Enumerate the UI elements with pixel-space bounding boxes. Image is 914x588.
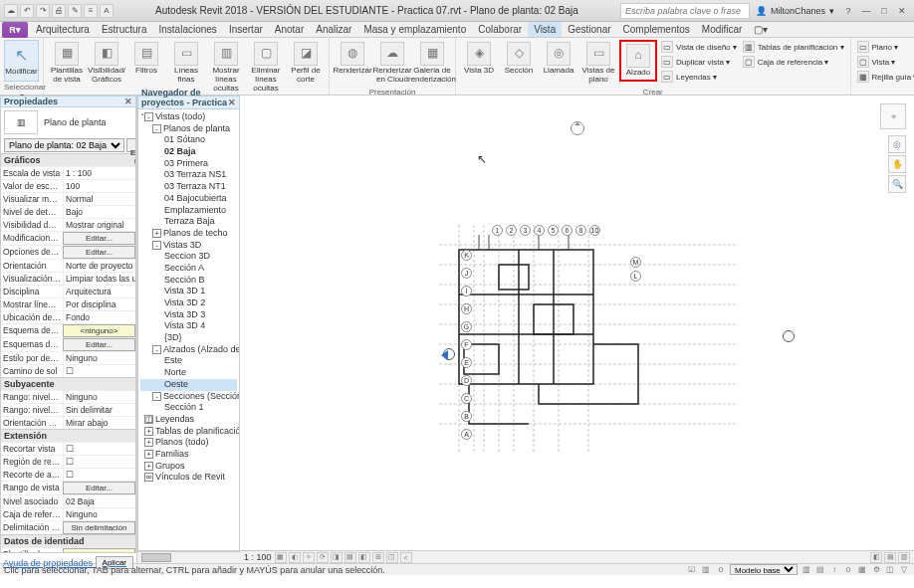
tree-item[interactable]: -Vistas 3D [140, 240, 237, 252]
tab-analizar[interactable]: Analizar [310, 22, 357, 37]
elevation-marker-east[interactable] [783, 330, 795, 342]
tree-item[interactable]: Vista 3D 4 [140, 320, 237, 332]
viewctrl-icon-4[interactable]: ◨ [331, 552, 343, 563]
ribbon-llamada-button[interactable]: ◎Llamada [540, 40, 577, 78]
property-value[interactable]: 100 [63, 180, 135, 192]
tree-item[interactable]: -Planos de planta [140, 123, 237, 135]
tree-item[interactable]: ◫Leyendas [140, 414, 237, 426]
help-icon[interactable]: ? [840, 4, 856, 18]
ribbon-duplicar-vista-button[interactable]: ▭Duplicar vista ▾ [659, 55, 739, 69]
prop-category[interactable]: Subyacente [1, 377, 135, 390]
property-value[interactable]: Mirar abajo [63, 417, 135, 429]
tree-item[interactable]: Vista 3D 3 [140, 309, 237, 321]
property-value[interactable]: Sin delimitación [63, 521, 135, 534]
tree-item[interactable]: 03 Terraza NT1 [140, 181, 237, 193]
tab-vista[interactable]: Vista [528, 22, 562, 37]
ribbon-plantillas-de-vista-button[interactable]: ▦Plantillas de vista [48, 40, 86, 87]
status-icon-1[interactable]: ▤ [814, 565, 826, 575]
tree-item[interactable]: Norte [140, 367, 237, 379]
grid-bubble[interactable]: 1 [492, 225, 503, 236]
property-value[interactable]: 02 Baja [63, 495, 135, 507]
grid-bubble[interactable]: A [461, 429, 472, 440]
property-value[interactable]: ☐ [63, 365, 135, 377]
ribbon-vista-button[interactable]: ▢Vista ▾ [855, 55, 915, 69]
grid-bubble[interactable]: 10 [589, 225, 600, 236]
tab-expand-icon[interactable]: ▢▾ [748, 22, 774, 37]
view-cube[interactable]: ◈ [880, 103, 906, 129]
tree-item[interactable]: Sección 1 [140, 402, 237, 414]
ribbon-vista-3d-button[interactable]: ◈Vista 3D [460, 40, 498, 78]
status-icon-6[interactable]: ◫ [884, 565, 896, 575]
property-value[interactable]: Por disciplina [63, 298, 135, 310]
tree-toggle-icon[interactable]: ∞ [144, 473, 153, 482]
property-value[interactable]: <ninguno> [63, 324, 135, 337]
property-value[interactable]: Ninguno [63, 508, 135, 520]
vc-right-3[interactable]: ▥ [898, 552, 910, 563]
ribbon-plano-button[interactable]: ▭Plano ▾ [855, 40, 915, 54]
worksets-selector[interactable]: Modelo base [730, 564, 798, 575]
tree-toggle-icon[interactable]: + [144, 450, 153, 459]
grid-bubble[interactable]: 8 [575, 225, 586, 236]
viewctrl-icon-6[interactable]: ◧ [358, 552, 370, 563]
tab-modificar[interactable]: Modificar [696, 22, 749, 37]
tree-toggle-icon[interactable]: - [152, 392, 161, 401]
tree-item[interactable]: 04 Bajocubierta [140, 193, 237, 205]
status-icon-2[interactable]: ↕ [828, 565, 840, 575]
property-value[interactable]: Editar... [63, 338, 135, 351]
qat-edit-icon[interactable]: ✎ [68, 4, 82, 18]
ribbon-secci-n-button[interactable]: ◇Sección [500, 40, 538, 78]
tab-insertar[interactable]: Insertar [223, 22, 269, 37]
grid-bubble[interactable]: G [461, 321, 472, 332]
grid-bubble[interactable]: B [461, 411, 472, 422]
grid-bubble[interactable]: F [461, 339, 472, 350]
ribbon-caja-de-referencia-button[interactable]: ▢Caja de referencia ▾ [741, 55, 846, 69]
grid-bubble[interactable]: I [461, 286, 472, 296]
close-icon[interactable]: ✕ [228, 98, 236, 107]
viewctrl-icon-9[interactable]: < [400, 552, 412, 563]
type-selector[interactable]: Plano de planta: 02 Baja [4, 138, 124, 152]
tab-arquitectura[interactable]: Arquitectura [30, 22, 96, 37]
vc-right-2[interactable]: ▤ [884, 552, 896, 563]
tree-toggle-icon[interactable]: + [152, 229, 161, 238]
close-icon[interactable]: ✕ [124, 97, 132, 106]
sb-icon-2[interactable]: ▥ [700, 565, 712, 575]
modify-button[interactable]: ↖ Modificar [4, 40, 39, 82]
tree-toggle-icon[interactable]: + [144, 462, 153, 471]
status-icon-4[interactable]: ▦ [856, 565, 868, 575]
ribbon-l-neas-finas-button[interactable]: ▭Líneas finas [167, 40, 205, 87]
grid-bubble[interactable]: E [461, 357, 472, 368]
ribbon-eliminar-l-neas-ocultas-button[interactable]: ▢Eliminar líneas ocultas [247, 40, 285, 95]
tree-toggle-icon[interactable]: - [152, 241, 161, 250]
property-value[interactable]: 1 : 100 [63, 167, 135, 179]
grid-bubble[interactable]: 4 [534, 225, 545, 236]
property-value[interactable]: Ninguno [63, 391, 135, 403]
ribbon-vista-de-dise-o-button[interactable]: ▭Vista de diseño ▾ [659, 40, 739, 54]
viewctrl-icon-1[interactable]: ◐ [289, 552, 301, 563]
grid-bubble[interactable]: C [461, 393, 472, 404]
tree-item[interactable]: Vista 3D 1 [140, 286, 237, 297]
tree-item[interactable]: Sección B [140, 275, 237, 287]
prop-category[interactable]: Extensión [1, 429, 135, 442]
ribbon-vistas-de-plano-button[interactable]: ▭Vistas de plano [579, 40, 617, 87]
qat-menu-icon[interactable]: ≡ [84, 4, 98, 18]
tree-item[interactable]: 03 Terraza NS1 [140, 169, 237, 181]
grid-bubble[interactable]: H [461, 303, 472, 314]
tree-item[interactable]: Seccion 3D [140, 251, 237, 263]
property-value[interactable]: Fondo [63, 311, 135, 323]
tree-item[interactable]: +Familias [140, 449, 237, 461]
ribbon-filtros-button[interactable]: ▤Filtros [127, 40, 165, 78]
tab-instalaciones[interactable]: Instalaciones [153, 22, 223, 37]
maximize-button[interactable]: □ [876, 4, 892, 18]
viewctrl-icon-3[interactable]: ⟳ [317, 552, 329, 563]
prop-category[interactable]: Datos de identidad [1, 534, 135, 547]
browser-tree[interactable]: -Vistas (todo)-Planos de planta01 Sótano… [137, 109, 240, 551]
viewctrl-icon-0[interactable]: ▦ [275, 552, 287, 563]
drawing-canvas[interactable]: ◈ ◎ ✋ 🔍 ↖ [240, 96, 914, 563]
application-menu-button[interactable]: R▾ [2, 22, 28, 38]
tree-item[interactable]: +Grupos [140, 461, 237, 473]
pan-icon[interactable]: ✋ [888, 155, 906, 173]
tab-complementos[interactable]: Complementos [617, 22, 696, 37]
property-value[interactable]: Editar... [63, 482, 135, 494]
tree-toggle-icon[interactable]: - [152, 124, 161, 133]
navwheel-icon[interactable]: ◎ [888, 135, 906, 153]
